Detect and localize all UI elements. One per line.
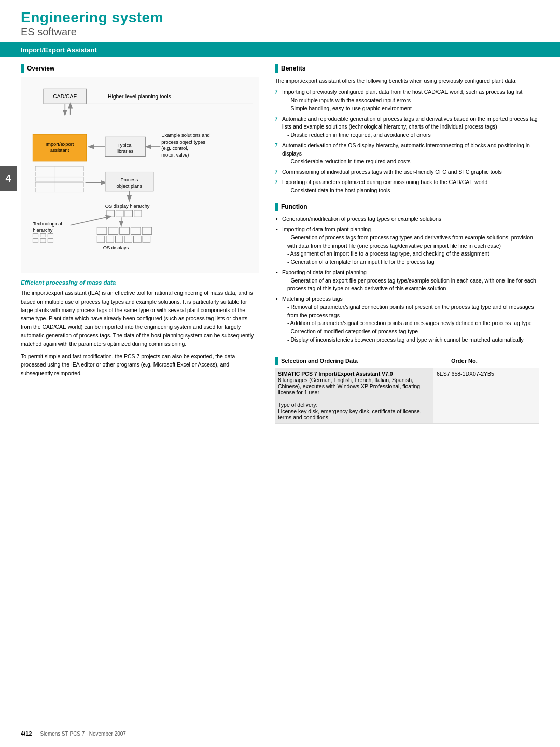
benefits-list: Importing of previously configured plant…: [275, 88, 539, 194]
svg-rect-22: [36, 188, 84, 192]
svg-text:hierarchy: hierarchy: [33, 228, 53, 233]
left-column: Overview CAD/CAE Higher-level planning t…: [21, 57, 259, 424]
function-list: Generation/modification of process tag t…: [275, 215, 539, 344]
svg-rect-47: [131, 227, 141, 234]
footer: 4/12 Siemens ST PCS 7 · November 2007: [0, 726, 560, 737]
product-desc: 6 languages (German, English, French, It…: [278, 377, 430, 396]
selection-heading-bar: [275, 357, 278, 365]
main-content: Overview CAD/CAE Higher-level planning t…: [0, 57, 560, 424]
svg-text:Higher-level planning tools: Higher-level planning tools: [108, 94, 171, 100]
svg-rect-33: [134, 210, 142, 217]
svg-text:motor, valve): motor, valve): [161, 152, 189, 158]
list-item: Matching of process tags - Removal of pa…: [275, 295, 539, 344]
selection-header-row: Selection and Ordering Data Order No.: [275, 354, 539, 368]
svg-text:OS displays: OS displays: [103, 245, 129, 250]
overview-label: Overview: [27, 65, 54, 72]
svg-rect-39: [48, 233, 53, 237]
svg-rect-32: [125, 210, 132, 217]
benefits-heading-bar: [275, 64, 278, 73]
selection-table: SIMATIC PCS 7 Import/Export Assistant V7…: [275, 368, 539, 424]
svg-rect-46: [120, 227, 130, 234]
svg-text:CAD/CAE: CAD/CAE: [53, 94, 77, 100]
delivery-desc: License key disk, emergency key disk, ce…: [278, 408, 430, 420]
order-no-value: 6ES7 658-1DX07-2YB5: [437, 371, 494, 377]
section-bar-label: Import/Export Assistant: [21, 46, 97, 54]
svg-text:Process: Process: [121, 177, 138, 182]
svg-rect-18: [36, 166, 84, 171]
overview-heading: Overview: [21, 64, 259, 73]
list-item: Importing of previously configured plant…: [275, 88, 539, 112]
benefits-heading: Benefits: [275, 64, 539, 73]
header-title-main: Engineering system: [21, 9, 539, 26]
svg-text:OS display hierarchy: OS display hierarchy: [105, 204, 150, 209]
svg-rect-38: [40, 233, 46, 237]
product-cell: SIMATIC PCS 7 Import/Export Assistant V7…: [275, 368, 433, 424]
selection-section: Selection and Ordering Data Order No. SI…: [275, 354, 539, 424]
efficient-para2: To permit simple and fast modification, …: [21, 352, 259, 377]
svg-rect-53: [134, 236, 141, 242]
function-heading: Function: [275, 203, 539, 211]
svg-rect-48: [142, 227, 152, 234]
list-item: Automatic and reproducible generation of…: [275, 115, 539, 139]
side-tab: 4: [0, 166, 17, 191]
list-item: Exporting of parameters optimized during…: [275, 178, 539, 195]
efficient-para1: The import/export assistant (IEA) is an …: [21, 289, 259, 348]
order-no-label: Order No.: [451, 358, 539, 364]
svg-text:Technological: Technological: [33, 221, 62, 227]
svg-rect-41: [40, 239, 46, 243]
svg-rect-21: [36, 182, 84, 187]
efficient-heading: Efficient processing of mass data: [21, 279, 259, 286]
svg-text:(e.g. control,: (e.g. control,: [161, 146, 188, 151]
svg-text:Typical: Typical: [118, 143, 133, 148]
list-item: Automatic derivation of the OS display h…: [275, 142, 539, 166]
footer-page: 4/12: [21, 730, 32, 737]
delivery-label: Type of delivery:: [278, 402, 430, 408]
selection-label: Selection and Ordering Data: [281, 358, 358, 364]
order-no-cell: 6ES7 658-1DX07-2YB5: [433, 368, 539, 424]
list-item: Exporting of data for plant planning - G…: [275, 269, 539, 293]
list-item: Commissioning of individual process tags…: [275, 168, 539, 176]
benefits-intro: The import/export assistant offers the f…: [275, 77, 539, 85]
product-name: SIMATIC PCS 7 Import/Export Assistant V7…: [278, 371, 430, 377]
svg-rect-30: [107, 210, 114, 217]
svg-rect-20: [36, 177, 84, 181]
svg-rect-37: [33, 233, 38, 237]
table-row: SIMATIC PCS 7 Import/Export Assistant V7…: [275, 368, 539, 424]
side-tab-number: 4: [5, 173, 11, 185]
svg-text:libraries: libraries: [117, 149, 134, 154]
right-column: Benefits The import/export assistant off…: [275, 57, 539, 424]
svg-rect-54: [143, 236, 150, 242]
svg-text:object plans: object plans: [117, 184, 143, 189]
footer-text: Siemens ST PCS 7 · November 2007: [40, 731, 125, 737]
svg-rect-52: [124, 236, 132, 242]
overview-heading-bar: [21, 64, 24, 73]
benefits-label: Benefits: [281, 65, 305, 72]
svg-text:assistant: assistant: [50, 148, 69, 153]
svg-rect-44: [97, 227, 107, 234]
svg-rect-45: [108, 227, 118, 234]
header-title-sub: ES software: [21, 26, 539, 38]
list-item: Importing of data from plant planning - …: [275, 225, 539, 266]
svg-rect-51: [115, 236, 122, 242]
svg-text:Import/export: Import/export: [46, 142, 74, 147]
section-bar: Import/Export Assistant: [0, 43, 560, 57]
diagram-box: CAD/CAE Higher-level planning tools Impo…: [21, 77, 259, 273]
svg-rect-19: [36, 172, 84, 176]
svg-rect-49: [97, 236, 104, 242]
svg-rect-31: [116, 210, 123, 217]
function-heading-bar: [275, 203, 278, 211]
svg-rect-42: [48, 239, 53, 243]
diagram-svg: CAD/CAE Higher-level planning tools Impo…: [27, 83, 253, 265]
list-item: Generation/modification of process tag t…: [275, 215, 539, 223]
svg-text:process object types: process object types: [161, 139, 205, 145]
header: Engineering system ES software: [0, 0, 560, 43]
svg-text:Example solutions and: Example solutions and: [161, 133, 209, 138]
page: 4 Engineering system ES software Import/…: [0, 0, 560, 747]
svg-rect-40: [33, 239, 38, 243]
svg-line-34: [71, 216, 110, 225]
svg-rect-50: [106, 236, 114, 242]
function-label: Function: [281, 203, 307, 210]
